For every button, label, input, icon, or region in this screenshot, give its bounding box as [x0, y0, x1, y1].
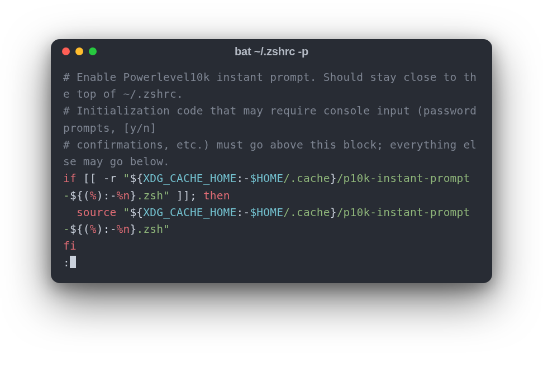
code-text: ${: [70, 223, 83, 236]
code-comment: # Initialization code that may require c…: [63, 104, 483, 134]
code-string: .zsh: [136, 223, 163, 236]
code-text: ${: [130, 206, 143, 219]
code-text: ): [97, 223, 103, 236]
code-text: ;: [190, 189, 197, 202]
pager-prompt: :: [63, 256, 70, 269]
code-text: :-: [103, 189, 117, 202]
code-text: :-: [103, 223, 117, 236]
code-special: %n: [117, 223, 130, 236]
code-text: (: [83, 189, 90, 202]
code-builtin: source: [77, 206, 117, 219]
code-text: -r: [103, 172, 117, 185]
code-string: /.cache: [283, 206, 330, 219]
titlebar: bat ~/.zshrc -p: [51, 39, 492, 64]
code-variable: XDG_CACHE_HOME: [143, 172, 236, 185]
cursor-icon: [70, 256, 76, 268]
code-comment: # confirmations, etc.) must go above thi…: [63, 138, 477, 168]
code-variable: $HOME: [250, 172, 283, 185]
terminal-window: bat ~/.zshrc -p # Enable Powerlevel10k i…: [51, 39, 492, 283]
code-text: ): [97, 189, 103, 202]
traffic-lights: [62, 47, 97, 55]
code-string: ": [117, 206, 130, 219]
code-text: [[: [77, 172, 103, 185]
code-indent: [63, 206, 77, 219]
code-text: }: [130, 189, 136, 202]
code-text: }: [330, 206, 337, 219]
code-string: .zsh: [136, 189, 163, 202]
code-text: }: [330, 172, 337, 185]
code-text: }: [130, 223, 136, 236]
code-variable: XDG_CACHE_HOME: [143, 206, 236, 219]
minimize-icon[interactable]: [75, 47, 83, 55]
window-title: bat ~/.zshrc -p: [61, 45, 482, 58]
code-variable: $HOME: [250, 206, 283, 219]
code-keyword: then: [197, 189, 230, 202]
code-string: ": [117, 172, 130, 185]
close-icon[interactable]: [62, 47, 70, 55]
code-string: /.cache: [283, 172, 330, 185]
code-special: %n: [117, 189, 130, 202]
code-special: %: [90, 189, 97, 202]
code-text: :-: [237, 172, 250, 185]
code-text: ]]: [170, 189, 190, 202]
code-special: %: [90, 223, 97, 236]
code-text: ${: [70, 189, 83, 202]
code-text: (: [83, 223, 90, 236]
terminal-content[interactable]: # Enable Powerlevel10k instant prompt. S…: [51, 64, 492, 283]
maximize-icon[interactable]: [89, 47, 97, 55]
code-keyword: if: [63, 172, 77, 185]
code-text: :-: [236, 206, 250, 219]
code-text: ${: [130, 172, 143, 185]
code-string: ": [163, 223, 170, 236]
code-string: ": [163, 189, 170, 202]
code-comment: # Enable Powerlevel10k instant prompt. S…: [63, 71, 477, 101]
code-keyword: fi: [63, 240, 77, 252]
